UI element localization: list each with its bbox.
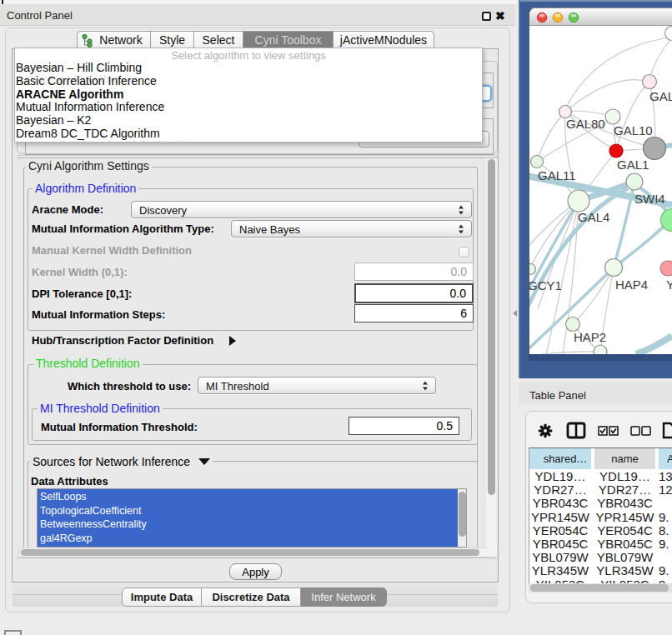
svg-text:Y: Y [666, 278, 672, 292]
svg-text:GAL80: GAL80 [566, 117, 605, 131]
svg-text:GCY1: GCY1 [529, 278, 562, 292]
svg-text:GAL7: GAL7 [649, 89, 672, 103]
svg-text:GAL10: GAL10 [614, 123, 653, 138]
svg-text:GAL11: GAL11 [538, 168, 576, 182]
svg-text:HAP4: HAP4 [615, 278, 648, 292]
svg-text:HAP2: HAP2 [574, 330, 606, 344]
svg-text:SWI4: SWI4 [634, 192, 665, 206]
svg-text:GAL1: GAL1 [617, 158, 649, 172]
svg-text:GAL4: GAL4 [578, 210, 609, 224]
